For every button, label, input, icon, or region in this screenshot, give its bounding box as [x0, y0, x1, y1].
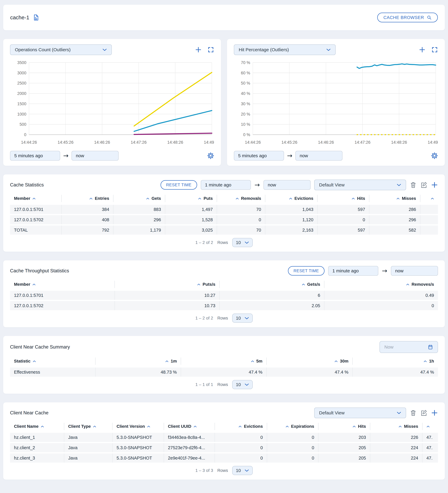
column-header-member[interactable]: Member	[10, 195, 61, 202]
time-from-input[interactable]	[328, 266, 378, 276]
table-cell: 47.	[422, 443, 438, 452]
reset-time-button[interactable]: RESET TIME	[160, 180, 197, 190]
column-header-30m[interactable]: 30m	[266, 358, 352, 365]
panel-toolbar: RESET TIME → Default View	[160, 179, 438, 190]
add-chart-icon[interactable]	[419, 46, 426, 53]
table-cell: hz.client_3	[10, 453, 64, 463]
settings-gear-icon[interactable]	[431, 152, 438, 159]
rows-label: Rows	[217, 316, 228, 321]
document-icon[interactable]	[33, 14, 39, 21]
column-header-5m[interactable]: 5m	[181, 358, 266, 365]
axis-tick-label: 2000	[17, 91, 26, 96]
pagination-range: 1 – 1 of 1	[195, 382, 213, 387]
table-row: TOTAL7921,1793,025702,163597582	[10, 225, 438, 235]
column-header-1h[interactable]: 1h	[352, 358, 438, 365]
time-from-input[interactable]	[234, 151, 284, 161]
delete-view-icon[interactable]	[410, 409, 417, 416]
column-header-evictions[interactable]: Evictions	[214, 423, 267, 430]
view-select[interactable]: Default View	[314, 408, 406, 418]
edit-view-icon[interactable]	[420, 181, 427, 188]
add-chart-icon[interactable]	[195, 46, 202, 53]
fullscreen-icon[interactable]	[431, 46, 438, 53]
column-header-puts[interactable]: Puts	[165, 195, 217, 202]
table-cell: 1,043	[265, 205, 317, 214]
column-header-1m[interactable]: 1m	[95, 358, 181, 365]
column-header-hits[interactable]: Hits	[318, 423, 370, 430]
rows-per-page-select[interactable]: 10	[232, 380, 253, 389]
delete-view-icon[interactable]	[410, 181, 417, 188]
table-row: hz.client_2Java5.3.0-SNAPSHOT27523e79-d2…	[10, 443, 438, 452]
table-cell: 205	[318, 453, 370, 463]
column-header[interactable]	[422, 423, 438, 430]
cache-title-wrap: cache-1	[10, 14, 39, 21]
sort-caret-icon	[406, 283, 409, 285]
panel-head: Cache Throughput Statistics RESET TIME →	[10, 266, 438, 276]
axis-tick-label: 14:46:26	[94, 140, 110, 145]
sort-caret-icon	[165, 360, 169, 362]
rows-per-page-select[interactable]: 10	[232, 466, 253, 475]
time-from-input[interactable]	[201, 180, 251, 190]
panel-head: Cache Statistics RESET TIME → Default Vi…	[10, 179, 438, 190]
column-header-misses[interactable]: Misses	[369, 195, 420, 202]
cache-browser-button[interactable]: CACHE BROWSER	[377, 13, 438, 22]
column-label: Client Version	[117, 424, 145, 429]
time-to-input[interactable]	[391, 266, 438, 276]
column-header-client-uuid[interactable]: Client UUID	[164, 423, 214, 430]
column-header-puts-s[interactable]: Puts/s	[115, 281, 219, 288]
column-header-client-type[interactable]: Client Type	[64, 423, 112, 430]
column-header-expirations[interactable]: Expirations	[267, 423, 318, 430]
add-view-icon[interactable]	[431, 181, 438, 188]
column-header-gets-s[interactable]: Gets/s	[219, 281, 324, 288]
time-to-input[interactable]	[295, 151, 342, 161]
fullscreen-icon[interactable]	[207, 46, 214, 53]
axis-tick-label: 14:46:26	[318, 140, 334, 145]
column-header-entries[interactable]: Entries	[61, 195, 113, 202]
column-header-client-name[interactable]: Client Name	[10, 423, 64, 430]
rows-per-page-select[interactable]: 10	[232, 314, 253, 323]
sort-caret-icon	[352, 198, 355, 200]
chart-metric-select[interactable]: Operations Count (Outliers)	[10, 45, 112, 55]
chart-metric-select[interactable]: Hit Percentage (Outliers)	[234, 45, 336, 55]
snapshot-time-select[interactable]: Now	[380, 341, 438, 353]
column-header-misses[interactable]: Misses	[370, 423, 422, 430]
table-row: hz.client_1Java5.3.0-SNAPSHOTf34463ea-8c…	[10, 433, 438, 442]
rows-per-page-select[interactable]: 10	[232, 238, 253, 247]
table-cell: 296	[369, 215, 420, 224]
column-header-removals[interactable]: Removals	[217, 195, 265, 202]
column-label: Evictions	[294, 196, 313, 201]
table-cell: 47.	[422, 453, 438, 463]
series-gets	[134, 111, 212, 131]
chart-time-controls: →	[10, 151, 214, 161]
column-header-member[interactable]: Member	[10, 281, 115, 288]
time-to-input[interactable]	[264, 180, 310, 190]
chevron-down-icon	[245, 383, 249, 386]
table-row: hz.client_3Java5.3.0-SNAPSHOT2e9e401f-79…	[10, 453, 438, 463]
table-cell: 1,528	[165, 215, 217, 224]
column-header-gets[interactable]: Gets	[113, 195, 165, 202]
view-select[interactable]: Default View	[314, 179, 406, 190]
column-header-removes-s[interactable]: Removes/s	[324, 281, 438, 288]
panel-toolbar: Default View	[314, 408, 438, 418]
settings-gear-icon[interactable]	[207, 152, 214, 159]
time-to-input[interactable]	[72, 151, 119, 161]
sort-caret-icon	[89, 198, 93, 200]
time-from-input[interactable]	[10, 151, 60, 161]
table-cell: 127.0.0.1:5702	[10, 215, 61, 224]
chevron-down-icon	[326, 48, 331, 51]
column-header-hits[interactable]: Hits	[317, 195, 369, 202]
reset-time-button[interactable]: RESET TIME	[288, 266, 325, 276]
column-label: Client UUID	[168, 424, 191, 429]
hit-percentage-chart: 14:44:2614:45:2614:46:2614:47:2614:48:26…	[234, 60, 438, 147]
column-header-statistic[interactable]: Statistic	[10, 358, 95, 365]
add-view-icon[interactable]	[431, 409, 438, 416]
column-header[interactable]	[420, 195, 438, 202]
table-cell: 286	[369, 205, 420, 214]
table-cell	[420, 205, 438, 214]
edit-view-icon[interactable]	[420, 409, 427, 416]
axis-tick-label: 70 %	[241, 60, 250, 65]
sort-caret-icon	[302, 283, 305, 285]
column-header-client-version[interactable]: Client Version	[112, 423, 164, 430]
column-header-evictions[interactable]: Evictions	[265, 195, 317, 202]
rows-label: Rows	[217, 382, 228, 387]
table-cell: 47.4 %	[352, 368, 438, 377]
